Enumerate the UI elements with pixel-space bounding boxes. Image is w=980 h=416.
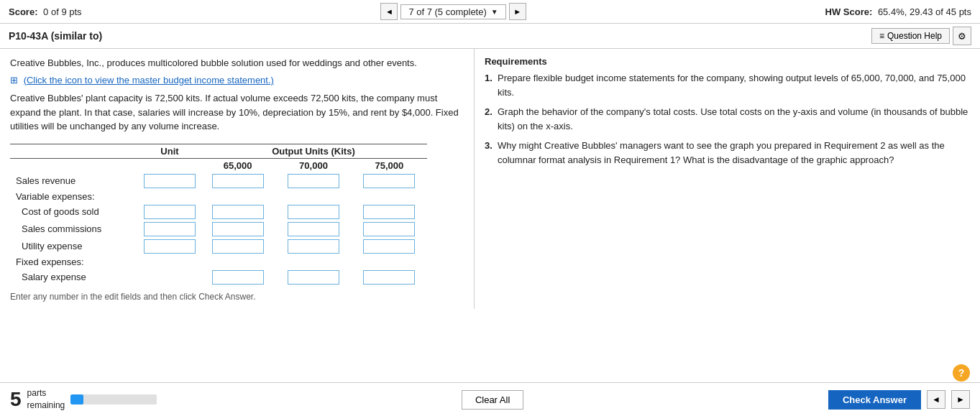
col-header-65: 65,000: [200, 158, 275, 172]
list-item: 1. Prepare flexible budget income statem…: [485, 71, 970, 99]
main-content: Creative Bubbles, Inc., produces multico…: [0, 49, 980, 309]
budget-table: Unit Output Units (Kits) 65,000 70,000 7…: [10, 144, 427, 286]
salary-65-input[interactable]: [212, 270, 264, 285]
sales-revenue-75-input[interactable]: [363, 174, 415, 188]
table-row: Salary expense: [10, 269, 427, 286]
table-row: Cost of goods sold: [10, 203, 427, 221]
sales-comm-75-input[interactable]: [363, 222, 415, 236]
salary-75-input[interactable]: [363, 270, 415, 285]
gear-icon: ⚙: [958, 31, 966, 42]
master-budget-link[interactable]: (Click the icon to view the master budge…: [24, 75, 274, 85]
list-item: 3. Why might Creative Bubbles' managers …: [485, 139, 970, 167]
row-label-utility-expense: Utility expense: [10, 238, 139, 255]
salary-70-input[interactable]: [288, 270, 339, 285]
cogs-65-input[interactable]: [212, 205, 264, 219]
table-row: Sales commissions: [10, 221, 427, 238]
progress-label: 7 of 7 (5 complete) ▼: [400, 4, 505, 19]
problem-header: P10-43A (similar to) ≡ Question Help ⚙: [0, 24, 980, 49]
col-header-unit: Unit: [139, 144, 200, 158]
sales-comm-70-input[interactable]: [288, 222, 339, 236]
col-header-75: 75,000: [352, 158, 427, 172]
cogs-75-input[interactable]: [363, 205, 415, 219]
right-panel: Requirements 1. Prepare flexible budget …: [475, 49, 980, 309]
cogs-70-input[interactable]: [288, 205, 339, 219]
question-help-button[interactable]: ≡ Question Help: [871, 28, 950, 44]
req-num-1: 1.: [485, 71, 493, 85]
table-row: Fixed expenses:: [10, 255, 427, 269]
requirements-title: Requirements: [485, 56, 970, 67]
top-bar: Score: 0 of 9 pts ◄ 7 of 7 (5 complete) …: [0, 0, 980, 24]
row-label-sales-commissions: Sales commissions: [10, 221, 139, 238]
sales-revenue-unit-input[interactable]: [144, 174, 196, 188]
table-row: Variable expenses:: [10, 190, 427, 203]
row-label-variable-expenses: Variable expenses:: [10, 190, 139, 203]
hw-score: HW Score: 65.4%, 29.43 of 45 pts: [825, 6, 971, 17]
list-icon: ≡: [879, 31, 884, 41]
settings-gear-button[interactable]: ⚙: [953, 27, 971, 45]
utility-70-input[interactable]: [288, 239, 339, 254]
col-header-empty: [10, 144, 139, 158]
list-item: 2. Graph the behavior of the company's t…: [485, 105, 970, 133]
req-num-3: 3.: [485, 139, 493, 153]
row-label-sales-revenue: Sales revenue: [10, 172, 139, 190]
requirements-list: 1. Prepare flexible budget income statem…: [485, 71, 970, 167]
prev-nav-button[interactable]: ◄: [380, 3, 398, 20]
sales-revenue-65-input[interactable]: [212, 174, 264, 188]
problem-id: P10-43A (similar to): [9, 30, 102, 42]
utility-unit-input[interactable]: [144, 239, 196, 254]
req-num-2: 2.: [485, 105, 493, 119]
nav-controls: ◄ 7 of 7 (5 complete) ▼ ►: [380, 3, 526, 20]
utility-65-input[interactable]: [212, 239, 264, 254]
problem-intro: Creative Bubbles, Inc., produces multico…: [10, 56, 464, 134]
table-row: Utility expense: [10, 238, 427, 255]
next-nav-button[interactable]: ►: [509, 3, 526, 20]
utility-75-input[interactable]: [363, 239, 415, 254]
cogs-unit-input[interactable]: [144, 205, 196, 219]
score-label: Score: 0 of 9 pts: [9, 6, 82, 17]
col-header-output: Output Units (Kits): [200, 144, 427, 158]
row-label-cost-goods-sold: Cost of goods sold: [10, 203, 139, 221]
sales-comm-65-input[interactable]: [212, 222, 264, 236]
enter-note: Enter any number in the edit fields and …: [10, 292, 464, 302]
table-row: Sales revenue: [10, 172, 427, 190]
row-label-salary-expense: Salary expense: [10, 269, 139, 286]
left-panel: Creative Bubbles, Inc., produces multico…: [0, 49, 475, 309]
sales-revenue-70-input[interactable]: [288, 174, 339, 188]
budget-table-section: Unit Output Units (Kits) 65,000 70,000 7…: [10, 144, 464, 302]
grid-icon: ⊞: [10, 75, 18, 85]
row-label-fixed-expenses: Fixed expenses:: [10, 255, 139, 269]
sales-comm-unit-input[interactable]: [144, 222, 196, 236]
col-header-70: 70,000: [275, 158, 351, 172]
